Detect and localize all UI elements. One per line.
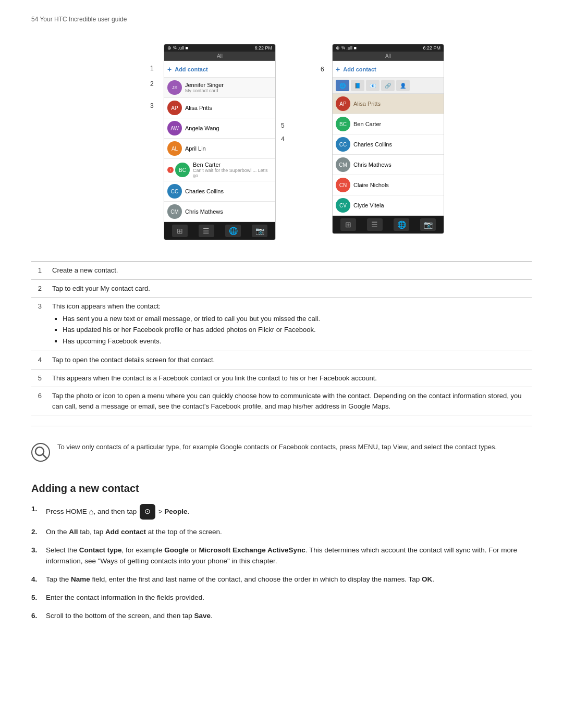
- filter-btn-5[interactable]: 👤: [396, 80, 410, 91]
- bottom-icon-r-2[interactable]: ☰: [367, 218, 383, 231]
- step-5: 5. Enter the contact information in the …: [31, 593, 532, 603]
- numbered-item-5: 5 This appears when the contact is a Fac…: [31, 369, 532, 387]
- text-4: Tap to open the contact details screen f…: [47, 351, 532, 369]
- jennifer-avatar: JS: [167, 80, 182, 95]
- step-num-4: 4.: [31, 574, 46, 585]
- step-content-2: On the All tab, tap Add contact at the t…: [46, 527, 532, 538]
- april-lin-row[interactable]: AL April Lin: [164, 139, 275, 159]
- step-content-6: Scroll to the bottom of the screen, and …: [46, 611, 532, 622]
- claire-avatar: CN: [336, 178, 350, 192]
- numbered-item-6: 6 Tap the photo or icon to open a menu w…: [31, 387, 532, 415]
- alisa-pritts-row-right[interactable]: AP Alisa Pritts: [333, 94, 444, 114]
- text-6: Tap the photo or icon to open a menu whe…: [47, 387, 532, 415]
- charles-collins-row-right[interactable]: CC Charles Collins: [333, 134, 444, 155]
- step-2: 2. On the All tab, tap Add contact at th…: [31, 527, 532, 538]
- bottom-icon-3[interactable]: 🌐: [225, 225, 241, 237]
- bottom-icon-r-3[interactable]: 🌐: [394, 218, 409, 231]
- step-num-3: 3.: [31, 545, 46, 567]
- phone-tab-bar-left: All: [164, 52, 275, 61]
- num-2: 2: [31, 279, 47, 298]
- section-heading: Adding a new contact: [31, 483, 532, 495]
- numbered-item-1: 1 Create a new contact.: [31, 262, 532, 279]
- bullet-list-3: Has sent you a new text or email message…: [63, 314, 527, 347]
- people-app-icon[interactable]: ⊙: [140, 504, 155, 520]
- callout-6: 6: [321, 44, 329, 73]
- chris-avatar-right: CM: [336, 157, 350, 172]
- bullet-3-3: Has upcoming Facebook events.: [63, 336, 527, 347]
- phone-screen-right: ⊕ ¾ .ull ■ 6:22 PM All + Add contact 🌐 📘…: [332, 44, 444, 234]
- callout-2: 2: [150, 80, 156, 88]
- status-indicator: !: [167, 167, 174, 173]
- filter-btn-4[interactable]: 🔗: [381, 80, 395, 91]
- step-content-3: Select the Contact type, for example Goo…: [46, 545, 532, 567]
- text-5: This appears when the contact is a Faceb…: [47, 369, 532, 387]
- add-contact-row-right[interactable]: + Add contact: [333, 61, 444, 78]
- alisa-pritts-row[interactable]: AP Alisa Pritts: [164, 98, 275, 118]
- num-6: 6: [31, 387, 47, 415]
- step-num-6: 6.: [31, 611, 46, 622]
- filter-btn-1[interactable]: 🌐: [336, 80, 349, 91]
- callout-5: 5: [281, 122, 289, 129]
- filter-btn-3[interactable]: 📧: [366, 80, 380, 91]
- phone-bottom-bar-right: ⊞ ☰ 🌐 📷: [333, 216, 444, 233]
- ben-avatar-left: BC: [175, 163, 190, 177]
- charles-avatar-left: CC: [167, 184, 182, 199]
- callout-1: 1: [150, 65, 156, 72]
- alisa-avatar-right: AP: [336, 96, 350, 111]
- bullet-3-1: Has sent you a new text or email message…: [63, 314, 527, 324]
- clyde-vitela-row[interactable]: CV Clyde Vitela: [333, 195, 444, 216]
- note-icon: [31, 443, 50, 462]
- chris-avatar-left: CM: [167, 204, 182, 219]
- text-1: Create a new contact.: [47, 262, 532, 279]
- charles-collins-row-left[interactable]: CC Charles Collins: [164, 181, 275, 202]
- chris-mathews-row-right[interactable]: CM Chris Mathews: [333, 155, 444, 175]
- step-6: 6. Scroll to the bottom of the screen, a…: [31, 611, 532, 622]
- bullet-3-2: Has updated his or her Facebook profile …: [63, 325, 527, 335]
- clyde-avatar: CV: [336, 198, 350, 213]
- numbered-item-3: 3 This icon appears when the contact: Ha…: [31, 298, 532, 351]
- text-3: This icon appears when the contact: Has …: [47, 298, 532, 351]
- april-avatar: AL: [167, 141, 182, 156]
- phone-tab-bar-right: All: [333, 52, 444, 61]
- note-text: To view only contacts of a particular ty…: [57, 442, 497, 452]
- num-4: 4: [31, 351, 47, 369]
- people-label: People: [164, 508, 187, 515]
- ben-carter-row-right[interactable]: BC Ben Carter: [333, 114, 444, 134]
- jennifer-singer-row[interactable]: JS Jennifer Singer My contact card: [164, 78, 275, 98]
- add-contact-row-left[interactable]: + Add contact: [164, 61, 275, 78]
- bottom-icon-r-1[interactable]: ⊞: [340, 218, 356, 231]
- bottom-icon-r-4[interactable]: 📷: [420, 218, 436, 231]
- step-num-2: 2.: [31, 527, 46, 538]
- filter-btn-2[interactable]: 📘: [351, 80, 364, 91]
- step-3: 3. Select the Contact type, for example …: [31, 545, 532, 567]
- step-content-1: Press HOME ⌂, and then tap ⊙ > People.: [46, 504, 532, 520]
- ben-carter-row-left[interactable]: ! BC Ben Carter Can't wait for the Super…: [164, 159, 275, 181]
- step-num-5: 5.: [31, 593, 46, 603]
- divider-bottom: [31, 426, 532, 426]
- step-content-5: Enter the contact information in the fie…: [46, 593, 532, 603]
- phone-filter-row: 🌐 📘 📧 🔗 👤: [333, 78, 444, 94]
- numbered-item-4: 4 Tap to open the contact details screen…: [31, 351, 532, 369]
- bottom-icon-2[interactable]: ☰: [199, 225, 214, 237]
- num-3: 3: [31, 298, 47, 351]
- svg-line-1: [43, 454, 46, 458]
- claire-nichols-row[interactable]: CN Claire Nichols: [333, 175, 444, 195]
- note-box: To view only contacts of a particular ty…: [31, 437, 532, 467]
- step-num-1: 1.: [31, 504, 46, 520]
- angela-wang-row[interactable]: AW Angela Wang: [164, 118, 275, 139]
- num-1: 1: [31, 262, 47, 279]
- page-header: 54 Your HTC Incredible user guide: [31, 16, 532, 23]
- alisa-avatar: AP: [167, 101, 182, 115]
- phone-bottom-bar-left: ⊞ ☰ 🌐 📷: [164, 222, 275, 240]
- angela-avatar: AW: [167, 121, 182, 135]
- bottom-icon-1[interactable]: ⊞: [172, 225, 188, 237]
- ben-avatar-right: BC: [336, 117, 350, 131]
- step-content-4: Tap the Name field, enter the first and …: [46, 574, 532, 585]
- text-2: Tap to edit your My contact card.: [47, 279, 532, 298]
- callout-4: 4: [281, 135, 289, 143]
- bottom-icon-4[interactable]: 📷: [252, 225, 267, 237]
- phone-status-bar-left: ⊕ ¾ .ull ■ 6:22 PM: [164, 44, 275, 52]
- chris-mathews-row-left[interactable]: CM Chris Mathews: [164, 202, 275, 222]
- step-4: 4. Tap the Name field, enter the first a…: [31, 574, 532, 585]
- charles-avatar-right: CC: [336, 137, 350, 152]
